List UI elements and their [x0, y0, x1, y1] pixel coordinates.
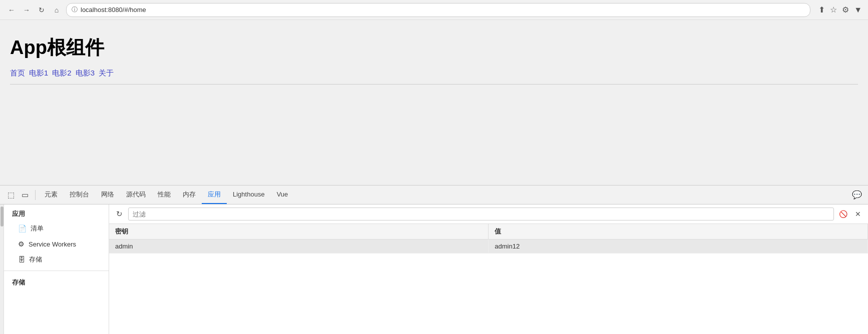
back-button[interactable]: ← — [6, 4, 17, 16]
filter-input[interactable] — [128, 208, 834, 220]
settings-icon[interactable]: ⚙ — [842, 5, 849, 14]
tab-memory[interactable]: 内存 — [177, 186, 202, 204]
filter-block-button[interactable]: 🚫 — [837, 208, 849, 220]
forward-button[interactable]: → — [21, 4, 32, 16]
sidebar-scroll-thumb[interactable] — [1, 206, 4, 226]
tab-lighthouse[interactable]: Lighthouse — [227, 186, 271, 203]
sidebar-scroll-bar — [0, 204, 4, 334]
filter-bar: ↻ 🚫 ✕ — [109, 204, 868, 224]
sidebar-section-app-title: 应用 — [4, 204, 109, 220]
tab-elements[interactable]: 元素 — [39, 186, 64, 204]
lock-icon: ⓘ — [72, 6, 78, 14]
table-header: 密钥 值 — [109, 224, 868, 240]
tab-sources[interactable]: 源代码 — [120, 186, 152, 204]
devtools-panel: ⬚ ▭ 元素 控制台 网络 源代码 性能 内存 应用 Lighthouse Vu… — [0, 185, 868, 334]
devtools-main-panel: ↻ 🚫 ✕ 密钥 值 admin admin12 — [109, 204, 868, 334]
devtools-sidebar: 应用 📄 清单 ⚙ Service Workers 🗄 存储 存储 — [4, 204, 109, 334]
nav-links: 首页 电影1 电影2 电影3 关于 — [10, 68, 858, 78]
column-header-key: 密钥 — [109, 224, 489, 240]
table-body: admin admin12 — [109, 240, 868, 254]
manifest-icon: 📄 — [18, 224, 27, 232]
page-title: App根组件 — [10, 35, 858, 60]
refresh-button[interactable]: ↻ — [36, 4, 47, 16]
inspect-element-icon[interactable]: ⬚ — [4, 188, 18, 202]
table-cell-key: admin — [109, 240, 489, 254]
nav-separator — [10, 84, 858, 84]
filter-refresh-button[interactable]: ↻ — [113, 208, 125, 220]
address-bar[interactable]: ⓘ localhost:8080/#/home — [66, 3, 810, 17]
sidebar-item-storage-label: 存储 — [29, 255, 42, 264]
sidebar-item-manifest[interactable]: 📄 清单 — [4, 220, 109, 236]
devtools-body: 应用 📄 清单 ⚙ Service Workers 🗄 存储 存储 ↻ 🚫 — [0, 204, 868, 334]
device-toolbar-icon[interactable]: ▭ — [18, 188, 32, 202]
table-cell-value: admin12 — [489, 240, 868, 254]
tab-divider — [35, 190, 36, 200]
service-workers-icon: ⚙ — [18, 240, 25, 248]
sidebar-item-manifest-label: 清单 — [31, 224, 44, 233]
nav-link-about[interactable]: 关于 — [99, 68, 114, 78]
data-table: 密钥 值 admin admin12 — [109, 224, 868, 254]
filter-clear-button[interactable]: ✕ — [852, 208, 864, 220]
devtools-tabs: ⬚ ▭ 元素 控制台 网络 源代码 性能 内存 应用 Lighthouse Vu… — [0, 186, 868, 204]
column-header-value: 值 — [489, 224, 868, 240]
browser-chrome: ← → ↻ ⌂ ⓘ localhost:8080/#/home ⬆ ☆ ⚙ ▼ — [0, 0, 868, 20]
bookmark-icon[interactable]: ☆ — [830, 5, 837, 14]
sidebar-divider — [4, 270, 109, 271]
sidebar-item-service-workers-label: Service Workers — [29, 240, 76, 248]
home-button[interactable]: ⌂ — [51, 4, 62, 16]
table-row[interactable]: admin admin12 — [109, 240, 868, 254]
share-icon[interactable]: ⬆ — [818, 5, 825, 14]
nav-link-movie1[interactable]: 电影1 — [29, 68, 48, 78]
page-content: App根组件 首页 电影1 电影2 电影3 关于 — [0, 20, 868, 185]
chat-icon[interactable]: 💬 — [852, 190, 862, 200]
nav-link-movie2[interactable]: 电影2 — [52, 68, 71, 78]
nav-link-movie3[interactable]: 电影3 — [76, 68, 95, 78]
sidebar-storage-section-title: 存储 — [4, 274, 109, 289]
tab-performance[interactable]: 性能 — [152, 186, 177, 204]
nav-link-home[interactable]: 首页 — [10, 68, 25, 78]
sidebar-item-service-workers[interactable]: ⚙ Service Workers — [4, 236, 109, 252]
tab-console[interactable]: 控制台 — [64, 186, 95, 204]
menu-icon[interactable]: ▼ — [854, 6, 862, 14]
storage-icon: 🗄 — [18, 256, 25, 264]
sidebar-item-storage[interactable]: 🗄 存储 — [4, 252, 109, 268]
tab-vue[interactable]: Vue — [271, 186, 294, 203]
tab-application[interactable]: 应用 — [202, 186, 227, 204]
tab-network[interactable]: 网络 — [95, 186, 120, 204]
browser-toolbar-right: ⬆ ☆ ⚙ ▼ — [818, 5, 862, 14]
url-text: localhost:8080/#/home — [81, 6, 146, 14]
